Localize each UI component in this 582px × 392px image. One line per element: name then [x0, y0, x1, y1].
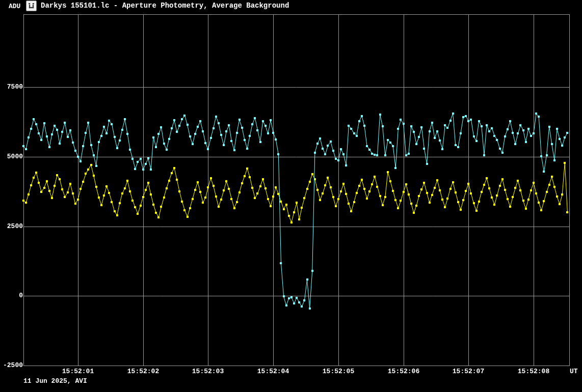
x-axis-unit-label: UT: [570, 368, 578, 376]
lightcurve-dip-icon: [26, 1, 37, 11]
photometry-window: ADU Darkys 155101.lc - Aperture Photomet…: [0, 0, 582, 392]
recording-date-label: 11 Jun 2025, AVI: [23, 377, 87, 385]
y-tick-label-2500: 2500: [0, 222, 23, 231]
lightcurve-plot-canvas[interactable]: [0, 0, 582, 392]
y-tick-label-0: 0: [0, 292, 23, 300]
x-tick-label-15-52-07: 15:52:07: [453, 368, 484, 376]
y-tick-label-7500: 7500: [0, 83, 23, 91]
y-tick-label--2500: -2500: [0, 361, 23, 370]
y-tick-label-5000: 5000: [0, 153, 23, 161]
x-tick-label-15-52-02: 15:52:02: [127, 368, 159, 376]
x-tick-label-15-52-04: 15:52:04: [257, 368, 289, 376]
y-axis-unit-label: ADU: [9, 3, 20, 11]
lightcurve-dip-glyph: [27, 2, 36, 10]
window-title: Darkys 155101.lc - Aperture Photometry, …: [41, 2, 289, 10]
x-tick-label-15-52-03: 15:52:03: [192, 368, 224, 376]
x-tick-label-15-52-08: 15:52:08: [518, 368, 549, 376]
x-tick-label-15-52-05: 15:52:05: [323, 368, 354, 376]
x-tick-label-15-52-06: 15:52:06: [388, 368, 419, 376]
x-tick-label-15-52-01: 15:52:01: [62, 368, 94, 376]
